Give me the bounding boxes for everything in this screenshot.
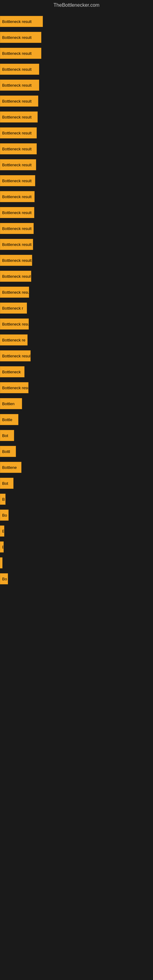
bottleneck-bar[interactable]: Bottleneck resu <box>0 318 29 329</box>
bottleneck-bar[interactable]: Bottleneck result <box>0 16 43 27</box>
bottleneck-bar[interactable]: Bottlene <box>0 462 21 473</box>
bar-row: Bo <box>0 571 153 587</box>
bar-row: Bottleneck result <box>0 205 153 221</box>
bar-row: Bottleneck result <box>0 189 153 205</box>
bar-row: Bottleneck result <box>0 109 153 125</box>
bar-row: Bottle <box>0 412 153 428</box>
bottleneck-bar[interactable]: Bottleneck result <box>0 48 41 59</box>
bottleneck-bar[interactable]: Bottlen <box>0 398 22 409</box>
bottleneck-bar[interactable]: Bottleneck result <box>0 239 33 250</box>
bar-row: Bottleneck result <box>0 173 153 189</box>
bar-row: Bottleneck result <box>0 157 153 173</box>
bottleneck-bar[interactable]: Bottleneck resu <box>0 382 29 393</box>
bar-row: Bottleneck resu <box>0 316 153 332</box>
bar-row: Bottlen <box>0 396 153 412</box>
bar-row: Bottleneck result <box>0 93 153 109</box>
bar-row: Bottleneck result <box>0 13 153 29</box>
bottleneck-bar[interactable]: Bottleneck <box>0 366 24 377</box>
bar-row: Bottleneck result <box>0 268 153 284</box>
bottleneck-bar[interactable]: Bottleneck result <box>0 223 33 234</box>
bar-row: B <box>0 523 153 539</box>
bottleneck-bar[interactable]: Bottleneck result <box>0 271 31 282</box>
bar-row: Bottleneck resu <box>0 284 153 300</box>
bar-row: Bottleneck result <box>0 348 153 364</box>
bar-row: Bottleneck re <box>0 332 153 348</box>
bar-row: Bot <box>0 428 153 444</box>
bars-container: Bottleneck resultBottleneck resultBottle… <box>0 10 153 590</box>
bar-row: Bottleneck r <box>0 300 153 316</box>
bottleneck-bar[interactable]: Bottleneck result <box>0 191 35 202</box>
bottleneck-bar[interactable]: Bottleneck resu <box>0 286 29 298</box>
bottleneck-bar[interactable]: Bottleneck result <box>0 159 36 170</box>
bar-row: Bottleneck result <box>0 29 153 45</box>
bottleneck-bar[interactable]: B <box>0 541 4 552</box>
bar-row: Bottleneck result <box>0 125 153 141</box>
bottleneck-bar[interactable]: Bottleneck result <box>0 95 38 107</box>
bottleneck-bar[interactable]: Bottleneck r <box>0 302 27 313</box>
bottleneck-bar[interactable]: Bot <box>0 478 13 489</box>
bar-row: Bottleneck resu <box>0 380 153 396</box>
bar-row: Bo <box>0 507 153 523</box>
bar-row <box>0 555 153 571</box>
bar-row: Bottleneck result <box>0 221 153 236</box>
bar-row: Bot <box>0 475 153 491</box>
bottleneck-bar[interactable]: Bo <box>0 573 8 584</box>
bottleneck-bar[interactable]: Bottleneck result <box>0 32 41 43</box>
bar-row: Bottleneck result <box>0 236 153 252</box>
bottleneck-bar[interactable]: Bottleneck result <box>0 350 30 361</box>
site-title: TheBottlenecker.com <box>0 0 153 10</box>
bottleneck-bar[interactable]: Bottleneck result <box>0 207 34 218</box>
bottleneck-bar[interactable]: Bottleneck result <box>0 255 32 266</box>
bar-row: B <box>0 539 153 555</box>
bar-row: Bottleneck result <box>0 61 153 77</box>
bar-row: Bottleneck result <box>0 77 153 93</box>
bottleneck-bar[interactable]: B <box>0 525 4 536</box>
bar-row: Bottleneck result <box>0 252 153 268</box>
bar-row: Bottleneck result <box>0 141 153 157</box>
bottleneck-bar[interactable]: Bottl <box>0 446 16 457</box>
bottleneck-bar[interactable]: Bottleneck result <box>0 143 37 154</box>
bottleneck-bar[interactable]: Bottleneck result <box>0 64 39 75</box>
bar-row: Bottl <box>0 444 153 460</box>
bottleneck-bar[interactable] <box>0 557 2 568</box>
bottleneck-bar[interactable]: Bottleneck result <box>0 127 37 138</box>
bar-row: Bottleneck result <box>0 45 153 61</box>
bottleneck-bar[interactable]: B <box>0 494 5 505</box>
bottleneck-bar[interactable]: Bottleneck result <box>0 80 39 91</box>
bottleneck-bar[interactable]: Bot <box>0 430 14 441</box>
bottleneck-bar[interactable]: Bottleneck re <box>0 334 27 345</box>
bar-row: Bottleneck <box>0 364 153 380</box>
bar-row: B <box>0 491 153 507</box>
bottleneck-bar[interactable]: Bottleneck result <box>0 111 38 123</box>
bottleneck-bar[interactable]: Bo <box>0 510 9 520</box>
bar-row: Bottlene <box>0 460 153 475</box>
bottleneck-bar[interactable]: Bottleneck result <box>0 175 35 186</box>
bottleneck-bar[interactable]: Bottle <box>0 414 18 425</box>
